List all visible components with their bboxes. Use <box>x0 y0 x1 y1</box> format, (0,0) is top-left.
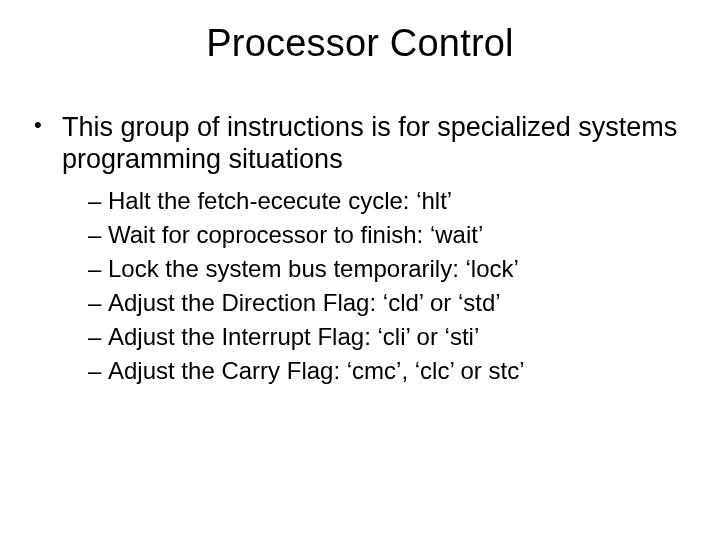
slide: Processor Control This group of instruct… <box>0 0 720 540</box>
sub-bullet-list: Halt the fetch-ececute cycle: ‘hlt’ Wait… <box>62 186 686 386</box>
sub-bullet-item: Halt the fetch-ececute cycle: ‘hlt’ <box>88 186 686 216</box>
sub-bullet-item: Adjust the Interrupt Flag: ‘cli’ or ‘sti… <box>88 322 686 352</box>
page-title: Processor Control <box>34 22 686 65</box>
sub-bullet-item: Adjust the Direction Flag: ‘cld’ or ‘std… <box>88 288 686 318</box>
bullet-list: This group of instructions is for specia… <box>34 111 686 386</box>
sub-bullet-item: Adjust the Carry Flag: ‘cmc’, ‘clc’ or s… <box>88 356 686 386</box>
bullet-item: This group of instructions is for specia… <box>34 111 686 386</box>
sub-bullet-item: Wait for coprocessor to finish: ‘wait’ <box>88 220 686 250</box>
sub-bullet-item: Lock the system bus temporarily: ‘lock’ <box>88 254 686 284</box>
bullet-text: This group of instructions is for specia… <box>62 112 677 174</box>
